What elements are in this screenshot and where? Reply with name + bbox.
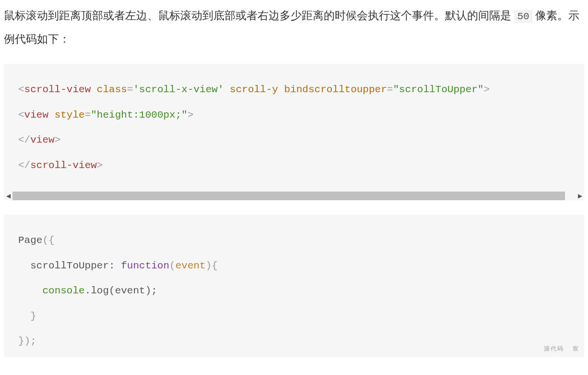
horizontal-scrollbar[interactable]: ◀ ▶	[4, 192, 584, 200]
bracket: >	[55, 134, 61, 145]
code-block-1: <scroll-view class='scroll-x-view' scrol…	[4, 64, 584, 192]
code-text	[18, 285, 42, 296]
scroll-right-arrow-icon[interactable]: ▶	[576, 192, 584, 200]
bracket: >	[483, 84, 490, 95]
bracket: </	[18, 134, 30, 145]
code-param: event	[176, 260, 206, 271]
equals: =	[127, 84, 133, 95]
code-block-1-wrapper: <scroll-view class='scroll-x-view' scrol…	[4, 64, 584, 200]
attr-name: bindscrolltoupper	[284, 84, 387, 95]
description-paragraph: 鼠标滚动到距离顶部或者左边、鼠标滚动到底部或者右边多少距离的时候会执行这个事件。…	[4, 4, 584, 50]
attr-value: 'scroll-x-view'	[133, 84, 223, 95]
attr-name: style	[55, 109, 85, 121]
code-object: console	[42, 285, 84, 296]
code-keyword: function	[121, 260, 169, 271]
code-punc: ){	[206, 260, 218, 271]
code-punc: (	[169, 260, 176, 271]
paragraph-text-before: 鼠标滚动到距离顶部或者左边、鼠标滚动到底部或者右边多少距离的时候会执行这个事件。…	[4, 9, 514, 22]
tag-name: view	[30, 134, 54, 145]
scroll-left-arrow-icon[interactable]: ◀	[4, 192, 12, 200]
tag-name: scroll-view	[24, 84, 91, 95]
bracket: </	[18, 160, 30, 171]
equals: =	[85, 109, 91, 121]
code-text: Page	[18, 235, 42, 246]
equals: =	[387, 84, 393, 95]
bracket: <	[18, 109, 24, 121]
bracket: <	[18, 84, 24, 95]
watermark-text: 源代码 宸	[544, 342, 579, 356]
code-punc: ({	[42, 235, 54, 246]
tag-name: view	[24, 109, 48, 121]
attr-name: class	[97, 84, 127, 95]
code-punc: }	[18, 311, 36, 322]
attr-value: "height:1000px;"	[91, 109, 188, 121]
code-punc: });	[18, 336, 36, 347]
attr-name: scroll-y	[230, 84, 278, 95]
tag-name: scroll-view	[30, 160, 97, 171]
code-block-2: Page({ scrollToUpper: function(event){ c…	[4, 215, 584, 357]
attr-value: "scrollToUpper"	[393, 84, 483, 95]
bracket: >	[188, 109, 194, 121]
scrollbar-thumb[interactable]	[12, 192, 576, 200]
code-text: scrollToUpper:	[18, 260, 121, 271]
inline-code: 50	[514, 10, 532, 23]
code-text: .log(event);	[85, 285, 157, 296]
bracket: >	[97, 160, 103, 171]
